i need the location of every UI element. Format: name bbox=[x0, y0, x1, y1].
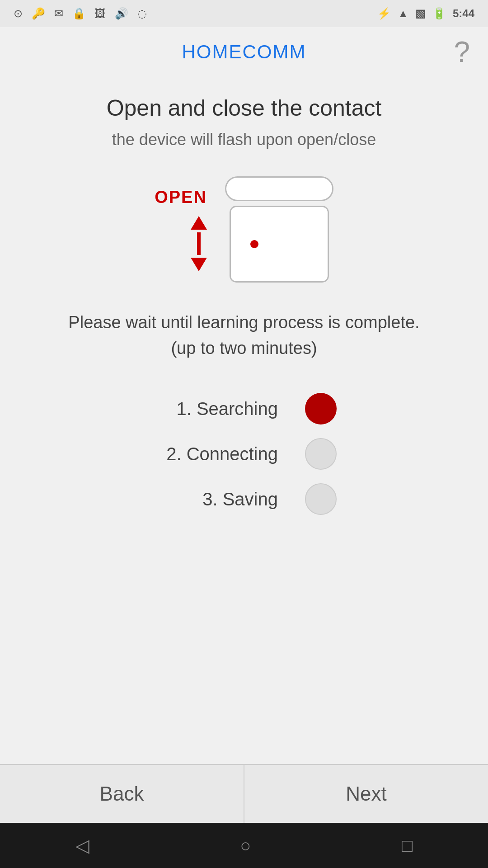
nav-bar: ◁ ○ □ bbox=[0, 823, 488, 868]
open-label: OPEN bbox=[155, 188, 207, 207]
status-bar: ⊙ 🔑 ✉ 🔒 🖼 🔊 ◌ ⚡ ▲ ▧ 🔋 5:44 bbox=[0, 0, 488, 27]
image-icon: 🖼 bbox=[95, 7, 106, 20]
wait-message-line2: (up to two minutes) bbox=[171, 339, 317, 358]
wait-message: Please wait until learning process is co… bbox=[50, 310, 437, 361]
step-1-indicator bbox=[305, 393, 337, 425]
arrow-line bbox=[197, 232, 201, 255]
page-subtitle: the device will flash upon open/close bbox=[112, 130, 376, 149]
key-icon: 🔑 bbox=[32, 7, 45, 20]
bluetooth-icon: ⚡ bbox=[377, 7, 391, 20]
step-row-1: 1. Searching bbox=[86, 393, 402, 425]
lock-icon: 🔒 bbox=[72, 7, 86, 20]
contact-illustration: OPEN bbox=[155, 176, 333, 283]
wait-message-line1: Please wait until learning process is co… bbox=[68, 313, 419, 332]
bottom-buttons: Back Next bbox=[0, 764, 488, 823]
sim-icon: ⊙ bbox=[14, 7, 23, 20]
step-3-label: 3. Saving bbox=[151, 489, 278, 509]
app-title: HOMECOMM bbox=[182, 41, 306, 63]
steps-container: 1. Searching 2. Connecting 3. Saving bbox=[86, 393, 402, 515]
step-2-label: 2. Connecting bbox=[151, 444, 278, 464]
back-nav-icon[interactable]: ◁ bbox=[75, 835, 89, 856]
step-1-label: 1. Searching bbox=[151, 399, 278, 419]
app-bar: HOMECOMM ? bbox=[0, 27, 488, 77]
device-bottom-piece bbox=[230, 206, 329, 283]
arrow-down-icon bbox=[191, 258, 207, 271]
device-top-piece bbox=[225, 176, 333, 201]
recents-nav-icon[interactable]: □ bbox=[402, 835, 413, 856]
arrow-up-icon bbox=[191, 216, 207, 230]
device-indicator-dot bbox=[250, 240, 258, 248]
main-content: Open and close the contact the device wi… bbox=[0, 77, 488, 868]
signal-icon: ▧ bbox=[415, 7, 426, 20]
step-row-3: 3. Saving bbox=[86, 483, 402, 515]
step-row-2: 2. Connecting bbox=[86, 438, 402, 470]
illustration-labels: OPEN bbox=[155, 188, 207, 271]
step-2-indicator bbox=[305, 438, 337, 470]
help-button[interactable]: ? bbox=[454, 38, 470, 66]
page-title: Open and close the contact bbox=[107, 95, 382, 121]
circle-icon: ◌ bbox=[137, 7, 147, 20]
mail-icon: ✉ bbox=[54, 7, 63, 20]
speaker-icon: 🔊 bbox=[115, 7, 128, 20]
arrows-container bbox=[191, 216, 207, 271]
next-button[interactable]: Next bbox=[244, 764, 488, 823]
status-icons-left: ⊙ 🔑 ✉ 🔒 🖼 🔊 ◌ bbox=[14, 7, 147, 20]
time-display: 5:44 bbox=[453, 7, 474, 20]
step-3-indicator bbox=[305, 483, 337, 515]
battery-icon: 🔋 bbox=[432, 7, 446, 20]
status-icons-right: ⚡ ▲ ▧ 🔋 5:44 bbox=[377, 7, 474, 20]
back-button[interactable]: Back bbox=[0, 764, 244, 823]
wifi-icon: ▲ bbox=[398, 7, 408, 20]
home-nav-icon[interactable]: ○ bbox=[240, 835, 251, 856]
device-drawing bbox=[225, 176, 333, 283]
